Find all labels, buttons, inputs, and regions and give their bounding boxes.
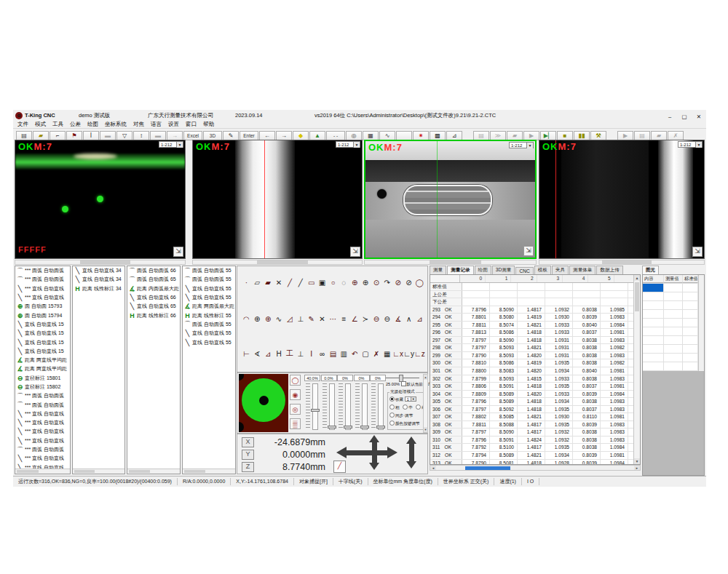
element-row[interactable] bbox=[643, 354, 699, 362]
rect-tool-icon[interactable]: ▭ bbox=[306, 279, 317, 287]
light-bulb-button[interactable]: ◆ bbox=[293, 131, 309, 140]
vertex-icon[interactable]: ∧ bbox=[403, 315, 414, 323]
slider-thumb[interactable] bbox=[344, 426, 352, 428]
wave-tool-icon[interactable]: ∿ bbox=[274, 315, 285, 323]
slider-track[interactable] bbox=[312, 383, 318, 430]
triangle-dim-icon[interactable]: ⊿ bbox=[263, 350, 274, 358]
pan-horizontal-arrow-icon[interactable] bbox=[347, 450, 387, 455]
sign-pen-button[interactable]: ✎ bbox=[223, 131, 239, 140]
camera-view-2[interactable]: OKM:7 1-212▼ ⇲ bbox=[192, 140, 363, 259]
list-item[interactable]: ⌒圆弧 自动圆弧 65 bbox=[127, 275, 180, 284]
center-point-icon[interactable]: ⊙ bbox=[371, 279, 382, 287]
camera-view-3-selected[interactable]: OKM:7 1-212▼ ⇲ bbox=[364, 140, 537, 259]
ring-quad-icon[interactable]: ◉ bbox=[290, 389, 301, 400]
fine-radio[interactable] bbox=[416, 404, 421, 410]
list-item[interactable]: ╲*** 直线 自动直线 bbox=[15, 410, 70, 418]
delete-button[interactable]: ✗ bbox=[668, 131, 684, 140]
tab-3D测量[interactable]: 3D测量 bbox=[492, 266, 515, 274]
camera-resize-grip-icon[interactable]: ⇲ bbox=[523, 246, 534, 256]
scroll-up-icon[interactable]: ▲ bbox=[634, 275, 640, 281]
light-slider-2[interactable]: 0.0% bbox=[321, 375, 337, 432]
scroll-down-icon[interactable]: ▼ bbox=[424, 427, 427, 432]
menu-item-绘图[interactable]: 绘图 bbox=[87, 121, 98, 128]
corner-tool-icon[interactable]: ◿ bbox=[285, 315, 296, 323]
line-style-button[interactable]: ⌐ bbox=[50, 131, 66, 140]
table-row[interactable]: 308OK7.88118.50881.48171.09350.80391.098… bbox=[430, 421, 640, 429]
z-jog-arrow-icon[interactable] bbox=[409, 443, 414, 462]
ring-half-icon[interactable]: ◎ bbox=[290, 404, 301, 415]
arrow-left-button[interactable]: ← bbox=[259, 131, 275, 140]
camera4-scrollbar[interactable] bbox=[539, 260, 705, 265]
target-circle2-icon[interactable]: ⊕ bbox=[263, 315, 274, 323]
mid-radio[interactable] bbox=[403, 404, 408, 410]
parallel-icon[interactable]: ≡ bbox=[339, 315, 349, 323]
camera-view-4[interactable]: OKM:7 1-212▼ ⇲ bbox=[539, 140, 705, 259]
circle-tool-icon[interactable]: ○ bbox=[328, 279, 339, 287]
star-button[interactable]: ✷ bbox=[413, 131, 429, 140]
ring-dots-icon[interactable]: ▒ bbox=[290, 418, 301, 429]
list-item[interactable]: ╲直线 自动直线 15 bbox=[15, 329, 70, 338]
list-item[interactable]: ╲直线 自动直线 55 bbox=[183, 284, 235, 293]
light-slider-1[interactable]: 40.0% bbox=[304, 375, 320, 432]
h-dim-icon[interactable]: ⊢ bbox=[241, 350, 252, 358]
list-item[interactable]: ╲*** 直线 自动直线 bbox=[15, 284, 70, 293]
keyboard-icon[interactable]: ▤ bbox=[328, 350, 339, 358]
image-button[interactable]: ▲ bbox=[309, 131, 325, 140]
list-item[interactable]: Η距离 线性标注 66 bbox=[127, 311, 180, 319]
list-item[interactable]: ╲直线 自动直线 15 bbox=[15, 347, 70, 356]
slash-circle-icon[interactable]: ⊘ bbox=[392, 279, 403, 287]
clamp-button[interactable]: ▽ bbox=[116, 131, 132, 140]
height-button[interactable]: ↕ bbox=[133, 131, 149, 140]
list-item[interactable]: ∡距离 两直线平均距 bbox=[15, 356, 70, 364]
list-item[interactable]: ╲直线 自动直线 55 bbox=[183, 329, 235, 338]
tab-夹具[interactable]: 夹具 bbox=[552, 266, 569, 274]
perp-dim-icon[interactable]: ⊥ bbox=[295, 350, 306, 358]
save-button[interactable]: ▤ bbox=[16, 131, 32, 140]
table-row[interactable]: 295OK7.88118.50741.48211.09330.80401.098… bbox=[430, 322, 640, 330]
camera1-scrollbar[interactable] bbox=[15, 260, 186, 265]
table-row[interactable]: 296OK7.88138.50861.48181.09330.80371.098… bbox=[430, 329, 640, 337]
color-key-radio[interactable] bbox=[389, 420, 395, 426]
coord-x-icon[interactable]: ∟x bbox=[392, 350, 403, 358]
light-slider-4[interactable]: 0% bbox=[354, 375, 370, 432]
collect-b-icon[interactable]: ▰ bbox=[263, 279, 274, 287]
tab-测量[interactable]: 测量 bbox=[430, 266, 446, 274]
enter-button[interactable]: Enter bbox=[240, 131, 258, 140]
ring-light-indicator[interactable] bbox=[239, 374, 288, 432]
list-item[interactable]: ∡距离 两直线平均距 bbox=[15, 364, 70, 373]
intersect-icon[interactable]: ✕ bbox=[317, 315, 328, 323]
list-item[interactable]: ⊖直径标注 15801 bbox=[15, 374, 70, 383]
default-mode-checkbox[interactable] bbox=[401, 381, 406, 386]
run-pause-button[interactable]: ▮▮ bbox=[574, 131, 590, 140]
arrow-right-button[interactable]: → bbox=[276, 131, 292, 140]
menu-item-帮助[interactable]: 帮助 bbox=[203, 121, 214, 128]
copy-icon[interactable]: ▥ bbox=[339, 350, 349, 358]
tab-数据上传[interactable]: 数据上传 bbox=[596, 266, 622, 274]
slider-thumb[interactable] bbox=[376, 426, 385, 428]
element-row[interactable] bbox=[643, 310, 699, 319]
menu-item-工具[interactable]: 工具 bbox=[52, 121, 63, 128]
menu-item-语言[interactable]: 语言 bbox=[151, 121, 162, 128]
lens-selector[interactable]: 1-212▼ bbox=[159, 141, 183, 148]
menu-item-文件[interactable]: 文件 bbox=[17, 121, 28, 128]
list-item[interactable]: ⊕圆 自动圆 15793 bbox=[15, 302, 70, 311]
table-row[interactable]: 307OK7.88028.50851.48211.09300.81101.098… bbox=[430, 413, 640, 421]
greater-icon[interactable]: ≻ bbox=[360, 315, 371, 323]
table-row[interactable]: 293OK7.87968.50901.48171.09320.80381.098… bbox=[430, 306, 640, 314]
list-item[interactable]: ⌒圆弧 自动圆弧 55 bbox=[183, 275, 235, 284]
element-row[interactable] bbox=[643, 345, 699, 354]
angle2-icon[interactable]: ∡ bbox=[392, 315, 403, 323]
excel-button[interactable]: Excel bbox=[183, 131, 202, 140]
element-row[interactable] bbox=[643, 319, 699, 327]
angle-dim-icon[interactable]: ∢ bbox=[252, 350, 263, 358]
coord-y-icon[interactable]: ∟y bbox=[403, 350, 414, 358]
table-row[interactable]: 310OK7.87968.50911.48241.09320.80381.098… bbox=[430, 437, 640, 445]
step-run-button[interactable]: ≫ bbox=[490, 131, 506, 140]
list-item[interactable]: ╲直线 自动直线 65 bbox=[127, 302, 180, 311]
diameter2-icon[interactable]: ⊖ bbox=[381, 315, 392, 323]
diameter-icon[interactable]: ⊖ bbox=[371, 315, 382, 323]
collect-a-icon[interactable]: ▱ bbox=[252, 279, 263, 287]
line2-tool-icon[interactable]: ╱ bbox=[295, 279, 306, 287]
right-angle-icon[interactable]: ⊿ bbox=[414, 315, 425, 323]
element-panel-scrollbar[interactable] bbox=[698, 275, 704, 371]
